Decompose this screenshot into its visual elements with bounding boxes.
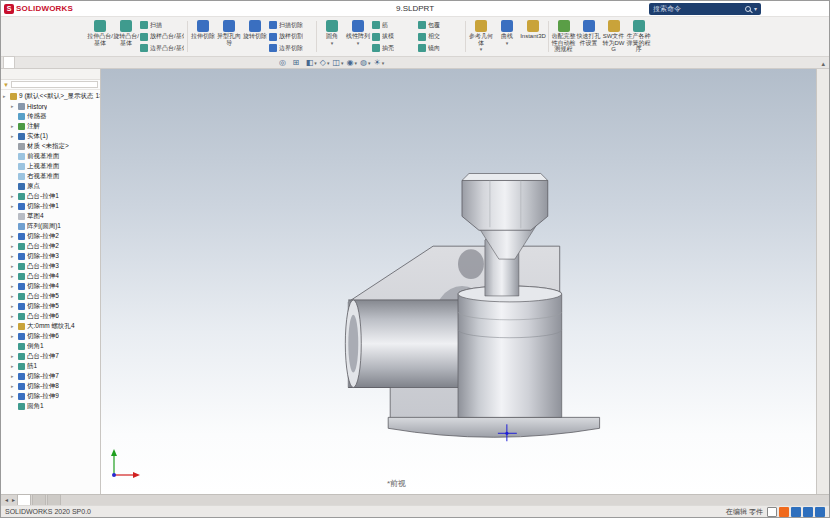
ribbon-tab[interactable] [99,56,111,68]
loft-cut-button[interactable]: 放样切割 [269,31,313,42]
ime-chinese-icon[interactable] [767,507,777,517]
extrude-cut-button[interactable]: 拉伸切除 [190,18,216,55]
close-button[interactable] [812,2,826,15]
tree-item[interactable]: ▸切除-拉伸3 [1,251,100,261]
tree-item[interactable]: ▸凸台-拉伸5 [1,291,100,301]
tray-volume-icon[interactable] [815,507,825,517]
draft-button[interactable]: 拔模 [372,31,416,42]
edit-appearance-button[interactable]: ◍▾ [360,58,371,68]
expand-arrow-icon[interactable]: ▸ [11,123,16,129]
document-tab[interactable] [17,494,31,505]
expand-arrow-icon[interactable]: ▸ [11,273,16,279]
help-button[interactable] [767,2,781,15]
mirror-button[interactable]: 镜向 [418,43,462,54]
macro-quick-hole-button[interactable]: 快速打孔件设置 [576,18,601,55]
new-file-button[interactable] [81,2,94,15]
panel-tabs-overflow[interactable] [63,69,73,79]
dimxpertmanager-tab[interactable] [39,69,49,79]
tree-item[interactable]: ▸原点 [1,181,100,191]
tree-item[interactable]: ▸切除-拉伸4 [1,281,100,291]
instant3d-button[interactable]: Instant3D [520,18,546,55]
maximize-button[interactable] [797,2,811,15]
fillet-caret-icon[interactable]: ▾ [331,41,334,46]
expand-arrow-icon[interactable]: ▸ [11,323,16,329]
document-tab[interactable] [32,494,46,505]
zoom-area-button[interactable]: ⊞▾ [293,58,303,68]
document-tab[interactable] [47,494,61,505]
expand-arrow-icon[interactable]: ▸ [11,353,16,359]
print-button[interactable] [123,2,136,15]
expand-arrow-icon[interactable]: ▸ [11,253,16,259]
tree-item[interactable]: ▸实体(1) [1,131,100,141]
tree-item[interactable]: ▸切除-拉伸9 [1,391,100,401]
tray-message-icon[interactable] [791,507,801,517]
ribbon-tab[interactable] [15,56,27,68]
tree-filter-input[interactable] [11,81,98,88]
macro-gear-check-button[interactable]: 齿配完整性自动检测规程 [551,18,576,55]
graphics-area[interactable]: *前视 [101,69,816,494]
wrap-button[interactable]: 包覆 [418,20,462,31]
ribbon-tab[interactable] [75,56,87,68]
ribbon-tab[interactable] [87,56,99,68]
tree-item[interactable]: ▸凸台-拉伸1 [1,191,100,201]
sogou-input-icon[interactable] [779,507,789,517]
tree-item[interactable]: ▸大:0mm 螺纹孔4 [1,321,100,331]
display-style-button[interactable]: ◫▾ [332,58,343,68]
expand-arrow-icon[interactable]: ▸ [11,133,16,139]
save-button[interactable] [109,2,122,15]
tree-item[interactable]: ▸凸台-拉伸7 [1,351,100,361]
undo-button[interactable] [137,2,150,15]
redo-button[interactable] [151,2,164,15]
ribbon-tab[interactable] [3,56,15,68]
section-view-button[interactable]: ◧▾ [306,58,317,68]
tree-item[interactable]: ▸倒角1 [1,341,100,351]
ribbon-tab[interactable] [51,56,63,68]
tree-item[interactable]: ▸凸台-拉伸6 [1,311,100,321]
tab-scroll-left-icon[interactable]: ◂ [3,495,10,505]
expand-arrow-icon[interactable]: ▸ [11,243,16,249]
expand-arrow-icon[interactable]: ▸ [11,393,16,399]
expand-arrow-icon[interactable]: ▸ [11,303,16,309]
tree-item[interactable]: ▸9 (默认<<默认>_显示状态 1> [1,91,100,101]
displaymanager-tab[interactable] [51,69,61,79]
expand-arrow-icon[interactable]: ▸ [11,293,16,299]
tree-item[interactable]: ▸切除-拉伸2 [1,231,100,241]
tree-item[interactable]: ▸凸台-拉伸2 [1,241,100,251]
sweep-cut-button[interactable]: 扫描切除 [269,20,313,31]
ribbon-tab[interactable] [63,56,75,68]
linear-pattern-button[interactable]: 线性阵列 ▾ [345,18,371,55]
tree-item[interactable]: ▸切除-拉伸6 [1,331,100,341]
reference-geometry-button[interactable]: 参考几何体 ▾ [468,18,494,55]
propertymanager-tab[interactable] [15,69,25,79]
expand-arrow-icon[interactable]: ▸ [11,283,16,289]
tray-network-icon[interactable] [803,507,813,517]
view-settings-button[interactable]: ☀▾ [374,58,385,68]
linear-pattern-caret-icon[interactable]: ▾ [357,41,360,46]
tree-item[interactable]: ▸切除-拉伸5 [1,301,100,311]
expand-arrow-icon[interactable]: ▸ [11,383,16,389]
ribbon-tab[interactable] [111,56,123,68]
curves-caret-icon[interactable]: ▾ [506,41,509,46]
minimize-button[interactable] [782,2,796,15]
search-options-caret-icon[interactable]: ▾ [754,5,757,12]
extrude-boss-button[interactable]: 拉伸凸台/基体 [87,18,113,55]
open-file-button[interactable] [95,2,108,15]
boundary-cut-button[interactable]: 边界切除 [269,43,313,54]
expand-arrow-icon[interactable]: ▸ [11,103,16,109]
expand-arrow-icon[interactable]: ▸ [11,193,16,199]
expand-arrow-icon[interactable]: ▸ [11,363,16,369]
configurationmanager-tab[interactable] [27,69,37,79]
tree-item[interactable]: ▸前视基准面 [1,151,100,161]
expand-arrow-icon[interactable]: ▸ [3,93,8,99]
collapse-ribbon-icon[interactable]: ▴ [817,60,829,68]
tree-item[interactable]: ▸凸台-拉伸4 [1,271,100,281]
part-model[interactable] [101,69,816,494]
curves-button[interactable]: 曲线 ▾ [494,18,520,55]
ribbon-tab[interactable] [27,56,39,68]
tree-item[interactable]: ▸上视基准面 [1,161,100,171]
options-button[interactable] [179,2,192,15]
tree-item[interactable]: ▸材质 <未指定> [1,141,100,151]
rib-button[interactable]: 筋 [372,20,416,31]
tree-item[interactable]: ▸传感器 [1,111,100,121]
tab-scroll-right-icon[interactable]: ▸ [10,495,17,505]
